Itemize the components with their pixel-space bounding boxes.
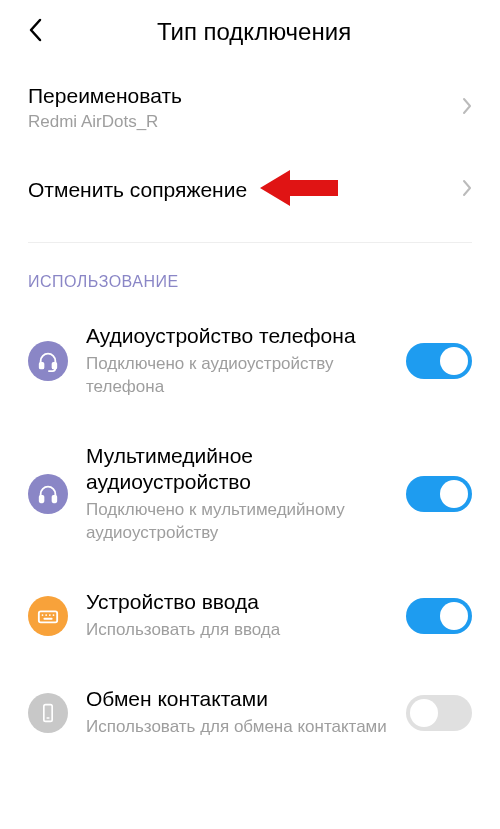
usage-content: Обмен контактами Использовать для обмена… — [86, 686, 388, 739]
svg-rect-3 — [40, 496, 44, 502]
chevron-left-icon — [28, 18, 42, 42]
usage-subtitle: Подключено к аудиоустройству телефона — [86, 353, 388, 399]
chevron-right-icon — [462, 179, 472, 201]
usage-content: Аудиоустройство телефона Подключено к ау… — [86, 323, 388, 399]
svg-rect-4 — [53, 496, 57, 502]
toggle-knob — [440, 480, 468, 508]
usage-section-label: ИСПОЛЬЗОВАНИЕ — [0, 243, 500, 301]
toggle-phone-audio[interactable] — [406, 343, 472, 379]
unpair-row[interactable]: Отменить сопряжение — [0, 152, 500, 227]
usage-title: Аудиоустройство телефона — [86, 323, 388, 349]
usage-row-media-audio: Мультимедийное аудиоустройство Подключен… — [0, 421, 500, 567]
page-title: Тип подключения — [28, 18, 480, 46]
usage-content: Мультимедийное аудиоустройство Подключен… — [86, 443, 388, 545]
chevron-right-icon — [462, 97, 472, 119]
toggle-input-device[interactable] — [406, 598, 472, 634]
toggle-knob — [440, 347, 468, 375]
usage-title: Устройство ввода — [86, 589, 388, 615]
usage-title: Мультимедийное аудиоустройство — [86, 443, 388, 496]
usage-content: Устройство ввода Использовать для ввода — [86, 589, 388, 642]
headset-icon — [28, 341, 68, 381]
svg-rect-5 — [39, 611, 57, 622]
usage-row-input-device: Устройство ввода Использовать для ввода — [0, 567, 500, 664]
usage-row-contact-sharing: Обмен контактами Использовать для обмена… — [0, 664, 500, 761]
headphones-icon — [28, 474, 68, 514]
annotation-arrow-icon — [260, 166, 340, 214]
toggle-media-audio[interactable] — [406, 476, 472, 512]
unpair-label: Отменить сопряжение — [28, 176, 450, 203]
unpair-content: Отменить сопряжение — [28, 176, 450, 203]
usage-subtitle: Использовать для ввода — [86, 619, 388, 642]
phone-icon — [28, 693, 68, 733]
usage-subtitle: Использовать для обмена контактами — [86, 716, 388, 739]
rename-label: Переименовать — [28, 82, 450, 109]
rename-value: Redmi AirDots_R — [28, 111, 450, 134]
svg-rect-1 — [40, 362, 44, 368]
header-bar: Тип подключения — [0, 0, 500, 64]
usage-title: Обмен контактами — [86, 686, 388, 712]
svg-marker-0 — [260, 170, 338, 206]
toggle-knob — [440, 602, 468, 630]
rename-content: Переименовать Redmi AirDots_R — [28, 82, 450, 134]
usage-subtitle: Подключено к мультимедийному аудиоустрой… — [86, 499, 388, 545]
back-button[interactable] — [28, 18, 42, 46]
toggle-knob — [410, 699, 438, 727]
toggle-contact-sharing[interactable] — [406, 695, 472, 731]
rename-row[interactable]: Переименовать Redmi AirDots_R — [0, 64, 500, 152]
usage-row-phone-audio: Аудиоустройство телефона Подключено к ау… — [0, 301, 500, 421]
keyboard-icon — [28, 596, 68, 636]
